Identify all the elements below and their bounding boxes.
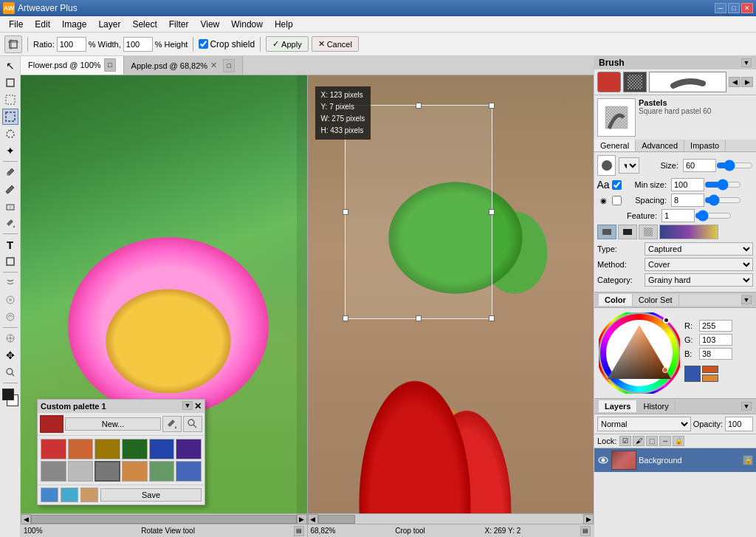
palette-extra-color-2[interactable]: [80, 488, 98, 502]
crop-handle-br[interactable]: [489, 315, 495, 321]
tool-zoom[interactable]: [2, 364, 18, 380]
palette-color-7[interactable]: [68, 461, 94, 482]
brush-icon-1[interactable]: [597, 225, 616, 239]
canvas-tab-flower[interactable]: Flower.psd @ 100% □: [21, 56, 124, 75]
flower-scroll-thumb[interactable]: [31, 515, 297, 524]
palette-search-icon-btn[interactable]: [183, 416, 202, 432]
palette-color-0[interactable]: [41, 439, 66, 459]
type-select[interactable]: Captured: [645, 242, 753, 256]
apple-tab-close[interactable]: ✕: [210, 61, 217, 70]
lock-btn-4[interactable]: ↔: [659, 436, 671, 446]
layer-visibility-eye[interactable]: [597, 454, 609, 466]
lock-btn-1[interactable]: ☑: [619, 436, 631, 446]
opacity-input[interactable]: [725, 417, 753, 431]
size-icon-btn[interactable]: [597, 155, 616, 176]
palette-paint-icon-btn[interactable]: [162, 416, 182, 432]
crop-handle-tm[interactable]: [416, 103, 422, 109]
swatch-orange2[interactable]: [702, 374, 718, 382]
menu-file[interactable]: File: [3, 18, 29, 31]
brush-prev[interactable]: ◀: [729, 77, 740, 87]
tool-shape[interactable]: [2, 253, 18, 270]
menu-help[interactable]: Help: [269, 18, 299, 31]
crop-shield-checkbox[interactable]: Crop shield: [199, 39, 255, 49]
crop-shield-input[interactable]: [199, 39, 208, 49]
toolbar-icon-btn[interactable]: [4, 35, 22, 53]
feature-slider[interactable]: [695, 211, 732, 221]
palette-color-3[interactable]: [122, 439, 148, 459]
blend-mode-select[interactable]: Normal: [597, 417, 691, 431]
size-dropdown[interactable]: ▼: [619, 157, 639, 174]
palette-color-8[interactable]: [94, 461, 120, 482]
layers-tab-layers[interactable]: Layers: [599, 400, 637, 412]
maximize-button[interactable]: □: [728, 3, 740, 13]
menu-image[interactable]: Image: [56, 18, 92, 31]
apple-canvas-scroll[interactable]: X: 123 pixels Y: 7 pixels W: 275 pixels …: [308, 75, 594, 513]
brush-color-preview[interactable]: [597, 72, 621, 92]
tool-arrow[interactable]: ↖: [2, 58, 18, 74]
color-panel-menu[interactable]: ▼: [741, 295, 752, 304]
tool-dodge[interactable]: [2, 309, 18, 325]
color-tab-colorset[interactable]: Color Set: [633, 294, 679, 306]
flower-tab-expand[interactable]: □: [104, 58, 116, 72]
spacing-slider[interactable]: [704, 195, 741, 205]
minsize-input[interactable]: [671, 178, 704, 191]
tool-fill[interactable]: [2, 215, 18, 231]
palette-color-2[interactable]: [94, 439, 120, 459]
g-input[interactable]: [699, 334, 732, 346]
size-input[interactable]: [683, 159, 716, 172]
tool-select-rect[interactable]: [2, 109, 18, 125]
brush-pattern-btn[interactable]: [623, 72, 647, 92]
apple-scroll-left[interactable]: ◀: [308, 514, 318, 524]
minimize-button[interactable]: ─: [715, 3, 726, 13]
brush-icon-2[interactable]: [618, 225, 637, 239]
apple-tab-expand[interactable]: □: [223, 59, 235, 72]
brush-style-preview[interactable]: [649, 72, 726, 92]
brush-tab-impasto[interactable]: Impasto: [684, 140, 726, 151]
palette-close-btn[interactable]: ✕: [194, 401, 202, 411]
palette-color-1[interactable]: [68, 439, 94, 459]
crop-handle-rm[interactable]: [489, 209, 495, 215]
tool-text[interactable]: T: [2, 236, 18, 253]
palette-color-6[interactable]: [41, 461, 66, 482]
minsize-slider[interactable]: [704, 179, 741, 190]
layer-row-background[interactable]: Background 🔒: [594, 448, 756, 472]
palette-color-5[interactable]: [176, 439, 202, 459]
layer-lock-icon[interactable]: 🔒: [743, 455, 753, 465]
crop-handle-lm[interactable]: [343, 209, 348, 215]
apple-scroll-thumb[interactable]: [318, 515, 355, 524]
tool-magic-wand[interactable]: ✦: [2, 143, 18, 159]
brush-gradient[interactable]: [659, 225, 718, 239]
flower-scroll-left[interactable]: ◀: [21, 514, 31, 524]
lock-btn-5[interactable]: 🔒: [673, 436, 684, 446]
palette-extra-color-1[interactable]: [61, 488, 78, 502]
brush-panel-menu[interactable]: ▼: [741, 58, 752, 67]
apple-status-icon[interactable]: ▤: [580, 526, 591, 536]
flower-scrollbar-v[interactable]: [297, 75, 307, 513]
tool-eraser[interactable]: [2, 198, 18, 214]
tool-blur[interactable]: [2, 292, 18, 308]
palette-current-color[interactable]: [40, 415, 63, 433]
b-input[interactable]: [699, 348, 732, 360]
apple-scrollbar-h[interactable]: ◀ ▶: [308, 513, 594, 524]
menu-edit[interactable]: Edit: [29, 18, 56, 31]
lock-btn-2[interactable]: 🖌: [633, 436, 645, 446]
palette-color-10[interactable]: [149, 461, 175, 482]
minsize-checkbox[interactable]: [612, 180, 622, 190]
tool-brush[interactable]: [2, 181, 18, 197]
method-select[interactable]: Cover: [645, 258, 753, 271]
tool-smudge[interactable]: [2, 275, 18, 291]
palette-new-button[interactable]: New...: [65, 417, 161, 431]
feature-input[interactable]: [662, 209, 695, 222]
tool-eyedropper[interactable]: [2, 164, 18, 180]
tool-clone[interactable]: [2, 330, 18, 346]
color-wheel-container[interactable]: [599, 312, 680, 394]
menu-layer[interactable]: Layer: [92, 18, 126, 31]
tool-crop[interactable]: [2, 75, 18, 91]
tool-lasso[interactable]: [2, 126, 18, 142]
apple-scroll-right[interactable]: ▶: [583, 514, 594, 524]
palette-extra-color-0[interactable]: [41, 488, 58, 502]
category-select[interactable]: Grainy hard: [645, 273, 753, 287]
flower-status-icon[interactable]: ▤: [294, 526, 304, 536]
tool-transform[interactable]: [2, 92, 18, 108]
swatch-blue[interactable]: [684, 366, 701, 382]
